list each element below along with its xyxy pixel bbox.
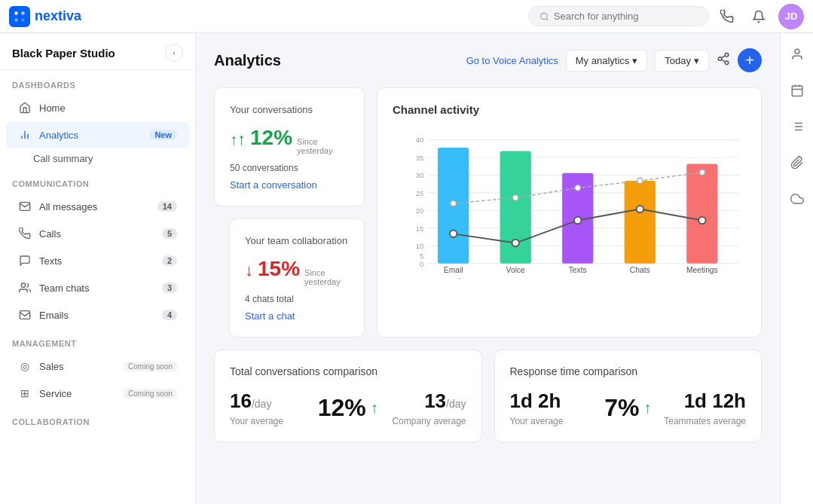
svg-text:Email: Email: [444, 266, 463, 274]
total-your-avg-label: Your average: [230, 416, 306, 426]
svg-text:15: 15: [416, 225, 423, 233]
today-chevron: ▾: [694, 55, 699, 66]
sidebar-item-texts[interactable]: Texts 2: [6, 248, 189, 273]
go-to-voice-analytics-link[interactable]: Go to Voice Analytics: [466, 55, 558, 66]
calls-label: Calls: [39, 228, 154, 240]
header-actions: Go to Voice Analytics My analytics ▾ Tod…: [466, 48, 762, 72]
svg-text:Texts: Texts: [569, 266, 587, 274]
search-input[interactable]: [554, 11, 698, 22]
nav-icons: JD: [715, 4, 804, 29]
page-title: Analytics: [214, 52, 457, 69]
comparison-row: Total conversations comparison 16/day Yo…: [214, 350, 762, 442]
right-bar-cloud-icon[interactable]: [785, 187, 809, 211]
svg-point-11: [718, 57, 722, 61]
conversations-card-label: Your conversations: [230, 103, 349, 117]
svg-text:Meetings: Meetings: [686, 266, 718, 274]
collaboration-link[interactable]: Start a chat: [245, 310, 349, 322]
response-time-card: Response time comparison 1d 2h Your aver…: [494, 350, 763, 442]
my-analytics-label: My analytics: [576, 55, 630, 66]
total-pct-value: 12%: [318, 394, 366, 422]
search-bar[interactable]: [528, 6, 709, 26]
sidebar-item-all-messages[interactable]: All messages 14: [6, 194, 189, 219]
conversations-card: Your conversations ↑ 12% Sinceyesterday …: [214, 87, 365, 206]
phone-button[interactable]: [715, 5, 739, 29]
right-bar-person-icon[interactable]: [785, 42, 809, 66]
total-pct-block: 12% ↑: [306, 394, 390, 422]
emails-label: Emails: [39, 310, 154, 321]
all-messages-icon: [18, 200, 32, 213]
today-dropdown[interactable]: Today ▾: [655, 50, 709, 72]
total-comparison-metrics: 16/day Your average 12% ↑ 13/day Company…: [230, 389, 466, 426]
add-button[interactable]: +: [738, 48, 762, 72]
svg-line-13: [721, 60, 725, 62]
texts-badge: 2: [162, 255, 177, 266]
response-up-arrow: ↑: [643, 399, 651, 417]
collapse-sidebar-button[interactable]: ‹: [165, 44, 183, 62]
svg-rect-9: [20, 311, 29, 319]
analytics-icon: [18, 128, 32, 142]
svg-point-49: [575, 185, 581, 191]
svg-point-1: [21, 11, 25, 15]
svg-text:Voice: Voice: [506, 266, 525, 274]
conversations-link[interactable]: Start a conversation: [230, 179, 349, 191]
avatar[interactable]: JD: [778, 4, 804, 29]
conversations-stat-value: ↑ 12% Sinceyesterday: [230, 126, 349, 155]
service-label: Service: [39, 388, 113, 399]
collaboration-since: Sinceyesterday: [304, 268, 341, 286]
sidebar-item-analytics[interactable]: Analytics New: [6, 122, 189, 148]
analytics-badge: New: [149, 130, 177, 140]
svg-point-0: [14, 11, 18, 15]
share-button[interactable]: [717, 52, 730, 69]
collaboration-down-arrow: ↓: [245, 261, 253, 280]
my-analytics-dropdown[interactable]: My analytics ▾: [566, 50, 648, 72]
app-logo-text: nextiva: [35, 8, 81, 24]
bell-button[interactable]: [747, 5, 771, 29]
svg-point-8: [21, 283, 25, 287]
workspace-name: Black Paper Studio: [12, 47, 115, 60]
service-icon: ⊞: [18, 386, 32, 400]
collaboration-section-label: Collaboration: [0, 407, 195, 431]
dashboards-section-label: Dashboards: [0, 70, 195, 94]
svg-text:30: 30: [416, 172, 423, 179]
response-your-avg-block: 1d 2h Your average: [510, 389, 593, 426]
texts-icon: [18, 254, 32, 267]
main-layout: Black Paper Studio ‹ Dashboards Home Ana…: [0, 0, 813, 504]
calls-badge: 5: [162, 228, 177, 239]
svg-point-43: [512, 240, 519, 246]
sidebar-item-sales[interactable]: ◎ Sales Coming soon: [6, 353, 189, 379]
total-your-avg-value: 16/day: [230, 389, 306, 413]
sidebar-header: Black Paper Studio ‹: [0, 33, 195, 70]
sidebar-item-home[interactable]: Home: [6, 95, 189, 121]
total-up-arrow: ↑: [371, 399, 378, 417]
svg-point-46: [698, 217, 705, 224]
svg-text:25: 25: [416, 190, 423, 197]
right-bar-calendar-icon[interactable]: [785, 78, 809, 102]
response-pct-value: 7%: [604, 394, 639, 422]
svg-point-50: [637, 178, 643, 184]
right-bar: [780, 33, 813, 504]
all-messages-label: All messages: [39, 201, 150, 212]
communication-section-label: Communication: [0, 169, 195, 193]
svg-rect-59: [792, 86, 802, 96]
analytics-label: Analytics: [39, 130, 142, 141]
svg-text:Company avg trend: Company avg trend: [555, 278, 617, 279]
sidebar-item-service[interactable]: ⊞ Service Coming soon: [6, 380, 189, 406]
svg-text:40: 40: [416, 136, 423, 144]
logo-area: nextiva: [9, 6, 81, 27]
total-company-avg-block: 13/day Company average: [390, 389, 466, 426]
sidebar-item-team-chats[interactable]: Team chats 3: [6, 275, 189, 301]
sidebar-item-emails[interactable]: Emails 4: [6, 302, 189, 328]
right-bar-list-icon[interactable]: [785, 115, 809, 139]
main-content: Analytics Go to Voice Analytics My analy…: [196, 33, 780, 504]
right-bar-clip-icon[interactable]: [785, 151, 809, 175]
svg-point-48: [512, 195, 518, 201]
sidebar-item-call-summary[interactable]: Call summary: [0, 148, 195, 169]
sidebar-item-calls[interactable]: Calls 5: [6, 221, 189, 246]
conversations-since: Sinceyesterday: [297, 137, 333, 155]
home-icon: [18, 101, 32, 115]
channel-activity-title: Channel activity: [393, 103, 746, 116]
collaboration-stat-value: ↓ 15% Sinceyesterday: [245, 257, 349, 286]
team-chats-label: Team chats: [39, 283, 154, 294]
response-teammates-avg-label: Teammates average: [663, 416, 746, 426]
sales-icon: ◎: [18, 359, 32, 373]
